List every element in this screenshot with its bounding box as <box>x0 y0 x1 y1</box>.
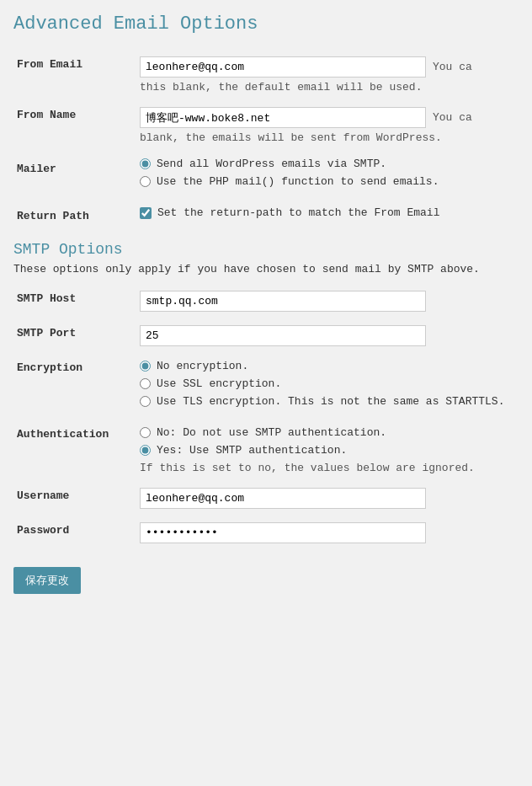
page-title: Advanced Email Options <box>13 13 519 35</box>
encryption-none-label: No encryption. <box>157 360 248 372</box>
from-name-label: From Name <box>13 100 131 151</box>
from-email-note: You ca <box>433 61 472 73</box>
save-button[interactable]: 保存更改 <box>13 567 81 594</box>
smtp-host-input[interactable] <box>140 291 426 312</box>
auth-no-label: No: Do not use SMTP authentication. <box>157 426 386 439</box>
return-path-checkbox[interactable] <box>140 207 152 219</box>
encryption-tls-radio[interactable] <box>140 396 151 407</box>
auth-yes-label: Yes: Use SMTP authentication. <box>157 444 347 457</box>
username-label: Username <box>13 481 131 516</box>
smtp-section-desc: These options only apply if you have cho… <box>13 263 519 275</box>
encryption-ssl-radio[interactable] <box>140 378 151 389</box>
username-input[interactable] <box>140 488 426 509</box>
from-name-note: You ca <box>433 111 472 124</box>
encryption-ssl-label: Use SSL encryption. <box>157 377 281 390</box>
mailer-smtp-label: Send all WordPress emails via SMTP. <box>157 158 386 170</box>
from-email-input[interactable] <box>140 56 426 78</box>
encryption-none-radio[interactable] <box>140 361 151 372</box>
mailer-php-radio[interactable] <box>140 176 151 187</box>
return-path-label: Return Path <box>13 200 131 229</box>
auth-helper: If this is set to no, the values below a… <box>140 462 515 474</box>
mailer-php-label: Use the PHP mail() function to send emai… <box>157 175 439 188</box>
return-path-checkbox-label: Set the return-path to match the From Em… <box>157 206 439 219</box>
password-label: Password <box>13 516 131 550</box>
encryption-label: Encryption <box>13 353 131 420</box>
mailer-label: Mailer <box>13 151 131 200</box>
auth-yes-radio[interactable] <box>140 445 151 456</box>
mailer-smtp-radio[interactable] <box>140 158 151 169</box>
smtp-port-label: SMTP Port <box>13 318 131 353</box>
from-email-helper: this blank, the default email will be us… <box>140 81 515 94</box>
from-name-input[interactable] <box>140 107 426 128</box>
smtp-section-title: SMTP Options <box>13 241 519 258</box>
authentication-label: Authentication <box>13 420 131 481</box>
from-email-label: From Email <box>13 50 131 100</box>
from-name-helper: blank, the emails will be sent from Word… <box>140 131 515 144</box>
smtp-host-label: SMTP Host <box>13 284 131 318</box>
password-input[interactable] <box>140 522 426 543</box>
encryption-tls-label: Use TLS encryption. This is not the same… <box>157 395 504 408</box>
smtp-port-input[interactable] <box>140 325 426 346</box>
auth-no-radio[interactable] <box>140 427 151 438</box>
